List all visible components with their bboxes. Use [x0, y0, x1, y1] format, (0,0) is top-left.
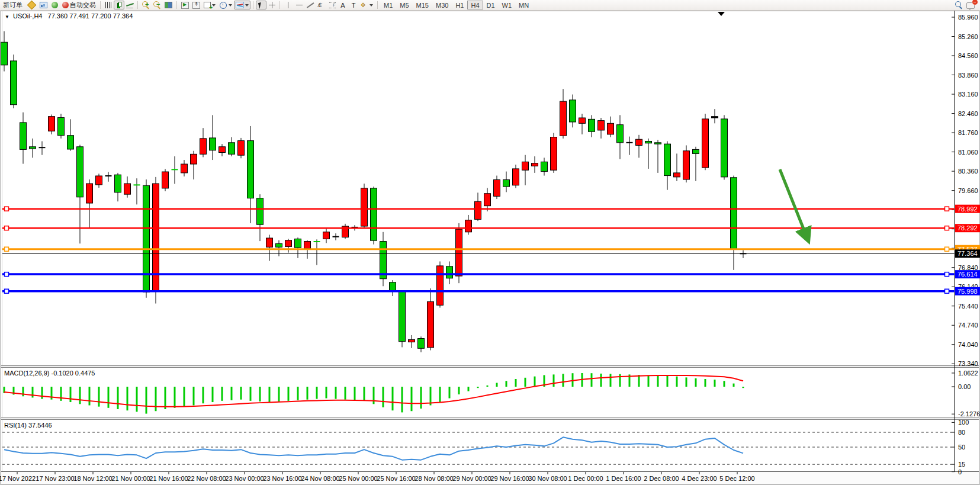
- candlestick: [219, 147, 226, 153]
- price-axis-label: 75.440: [958, 303, 978, 310]
- timeframe-button-M15[interactable]: M15: [413, 1, 432, 9]
- fibonacci-icon: 𝑓ᴇ: [317, 1, 325, 9]
- price-axis-label: 80.360: [958, 168, 978, 175]
- candlestick: [68, 136, 74, 149]
- candlestick: [58, 118, 65, 136]
- candlestick-chart-button[interactable]: [114, 1, 124, 9]
- tile-windows-button[interactable]: [163, 1, 174, 9]
- line-handle[interactable]: [945, 289, 949, 293]
- candlestick: [456, 229, 462, 276]
- line-handle[interactable]: [5, 247, 9, 251]
- horizontal-line-button[interactable]: [294, 1, 305, 9]
- time-axis-label: 22 Nov 08:00: [187, 475, 226, 482]
- notifications-button[interactable]: [965, 1, 976, 9]
- price-axis-label: 82.460: [958, 110, 978, 117]
- mt4-window: 新订单 自动交易 𝑓ᴇ F A T ✥ M1M5M15M30H1H4D1W1MN: [0, 0, 980, 485]
- chart-window-icon[interactable]: [38, 1, 49, 9]
- time-axis-label: 4 Dec 23:00: [682, 475, 716, 482]
- timeframe-button-M5[interactable]: M5: [396, 1, 412, 9]
- candlestick: [248, 141, 254, 198]
- line-handle[interactable]: [945, 272, 949, 277]
- candlestick: [20, 123, 27, 150]
- candlestick: [712, 117, 718, 118]
- timeframe-button-W1[interactable]: W1: [499, 1, 516, 9]
- candlestick: [721, 119, 728, 177]
- candlestick: [617, 125, 624, 143]
- candlestick: [702, 119, 709, 168]
- price-axis-label: 81.060: [958, 149, 978, 156]
- candlestick: [49, 117, 55, 131]
- timeframe-button-D1[interactable]: D1: [483, 1, 499, 9]
- timeframe-button-MN[interactable]: MN: [515, 1, 532, 9]
- shapes-button[interactable]: ✥: [359, 1, 375, 9]
- candlestick: [229, 143, 235, 155]
- candlestick: [191, 154, 197, 164]
- line-handle[interactable]: [5, 207, 9, 211]
- time-axis-label: 30 Nov 08:00: [528, 475, 567, 482]
- candlestick: [371, 188, 377, 240]
- vertical-line-button[interactable]: [282, 1, 294, 9]
- expert-advisors-button[interactable]: [179, 1, 191, 9]
- toolbar-separator: [176, 1, 177, 9]
- zoom-in-button[interactable]: [140, 1, 152, 9]
- candlestick: [323, 232, 330, 239]
- strategy-tester-button[interactable]: [191, 1, 202, 9]
- candlestick: [86, 184, 93, 203]
- timeframe-button-H1[interactable]: H1: [452, 1, 467, 9]
- price-axis-label: 83.160: [958, 91, 978, 98]
- price-axis-label: 73.340: [958, 360, 978, 367]
- channel-button[interactable]: F: [327, 1, 338, 9]
- search-icon: [955, 1, 961, 7]
- line-handle[interactable]: [5, 272, 9, 277]
- new-chart-button[interactable]: [202, 1, 217, 9]
- price-tag-label: 78.992: [957, 205, 978, 213]
- trendline-button[interactable]: [305, 1, 316, 9]
- crosshair-button[interactable]: [266, 1, 277, 9]
- candlestick: [285, 240, 292, 247]
- candlestick: [589, 119, 595, 131]
- autotrading-button[interactable]: 自动交易: [60, 1, 98, 9]
- time-axis-label: 2 Dec 08:00: [644, 475, 679, 482]
- price-axis-label: 84.560: [958, 52, 978, 59]
- candlestick: [683, 151, 690, 179]
- signal-icon[interactable]: [49, 1, 60, 9]
- line-handle[interactable]: [945, 207, 949, 211]
- timeframe-button-H4[interactable]: H4: [467, 1, 483, 9]
- new-order-button[interactable]: 新订单: [0, 1, 25, 9]
- candlestick: [238, 141, 245, 156]
- gem-icon[interactable]: [25, 1, 38, 9]
- candlestick: [257, 198, 264, 225]
- candlestick: [409, 339, 415, 342]
- price-axis-label: 85.260: [958, 33, 978, 40]
- zoom-out-button[interactable]: [152, 1, 163, 9]
- time-axis-label: 5 Dec 12:00: [719, 475, 754, 482]
- bar-chart-button[interactable]: [103, 1, 114, 9]
- line-handle[interactable]: [5, 226, 9, 230]
- line-chart-button[interactable]: [124, 1, 135, 9]
- candlestick: [304, 242, 311, 249]
- collapse-triangle-icon[interactable]: ▼: [5, 14, 9, 20]
- indicators-button[interactable]: [234, 1, 250, 9]
- timeframe-button-M30[interactable]: M30: [432, 1, 452, 9]
- bar-chart-icon: [105, 2, 112, 8]
- line-handle[interactable]: [945, 226, 949, 230]
- shapes-icon: ✥: [361, 1, 368, 9]
- candlestick: [390, 282, 396, 291]
- candlestick: [1, 42, 8, 65]
- candlestick: [560, 101, 567, 136]
- periods-button[interactable]: [217, 1, 234, 9]
- candlestick: [295, 239, 301, 248]
- fibonacci-button[interactable]: 𝑓ᴇ: [316, 1, 327, 9]
- line-handle[interactable]: [5, 289, 9, 293]
- search-button[interactable]: [953, 1, 965, 9]
- indicators-icon: [236, 2, 244, 8]
- candlestick: [124, 184, 131, 194]
- cursor-button[interactable]: [256, 1, 266, 9]
- timeframe-button-M1[interactable]: M1: [380, 1, 396, 9]
- text-label-button[interactable]: T: [348, 1, 359, 9]
- line-handle[interactable]: [945, 247, 949, 251]
- time-axis-label: 21 Nov 00:00: [111, 475, 150, 482]
- price-tag-label: 75.998: [957, 288, 978, 295]
- text-button[interactable]: A: [338, 1, 348, 9]
- price-axis-label: 74.740: [958, 322, 978, 329]
